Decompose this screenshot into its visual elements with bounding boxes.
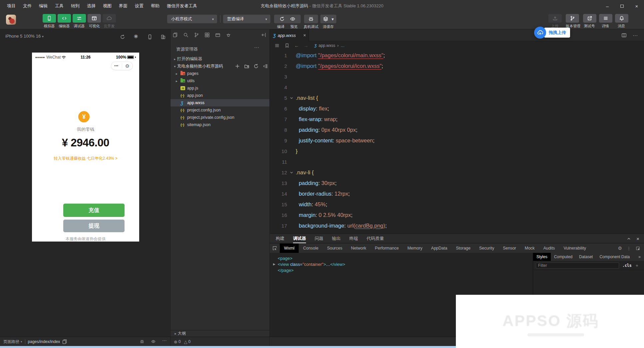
- window-icon[interactable]: [215, 32, 220, 38]
- file-item-app.js[interactable]: JSapp.js: [170, 85, 269, 92]
- refresh-simulator-icon[interactable]: [120, 34, 125, 40]
- devtools-tab-mock[interactable]: Mock: [520, 244, 539, 253]
- kebab-menu-icon[interactable]: ⋮: [627, 246, 631, 251]
- file-item-app.json[interactable]: {··}app.json: [170, 92, 269, 99]
- devtools-tab-sources[interactable]: Sources: [323, 244, 347, 253]
- menu-item[interactable]: 微信开发者工具: [163, 0, 201, 12]
- wxml-node[interactable]: ▶<view class="container">…</view>: [273, 261, 533, 267]
- toolbar-sliders-toggle[interactable]: 调试器: [73, 14, 86, 29]
- devtools-tab-performance[interactable]: Performance: [371, 244, 403, 253]
- devtools-tab-console[interactable]: Console: [299, 244, 323, 253]
- device-select[interactable]: iPhone 5 100% 16 ▾: [5, 34, 44, 39]
- tab-app-wxss[interactable]: Ʒ app.wxss ×: [270, 29, 309, 41]
- debugger-tab-终端[interactable]: 终端: [349, 234, 358, 243]
- file-item-project.config.json[interactable]: {··}project.config.json: [170, 106, 269, 114]
- back-icon[interactable]: ←: [294, 43, 299, 48]
- new-file-icon[interactable]: [235, 64, 240, 69]
- preview-icon[interactable]: [290, 16, 295, 22]
- recharge-button[interactable]: 充值: [63, 204, 125, 217]
- toolbar-lines-button[interactable]: 详情: [599, 14, 612, 29]
- styles-tab-dataset[interactable]: Dataset: [576, 253, 596, 261]
- dock-panel-icon[interactable]: [636, 246, 640, 251]
- collapse-all-icon[interactable]: [263, 64, 268, 69]
- cls-toggle-button[interactable]: .cls: [622, 263, 632, 268]
- debugger-tab-调试器[interactable]: 调试器: [293, 234, 306, 243]
- remote-debug-button[interactable]: [304, 15, 318, 23]
- drag-upload-button[interactable]: 拖拽上传: [544, 28, 570, 38]
- more-tabs-chevrons[interactable]: »: [638, 255, 644, 259]
- extensions-icon[interactable]: [204, 32, 210, 38]
- device-frame-icon[interactable]: [147, 34, 153, 40]
- collapse-sidebar-icon[interactable]: [261, 32, 266, 38]
- menu-item[interactable]: 设置: [131, 0, 147, 12]
- file-item-app.wxss[interactable]: Ʒapp.wxss: [170, 99, 269, 106]
- devtools-tab-network[interactable]: Network: [347, 244, 371, 253]
- inspect-element-icon[interactable]: [270, 245, 280, 251]
- debugger-tab-代码质量[interactable]: 代码质量: [367, 234, 384, 243]
- files-icon[interactable]: [172, 32, 178, 38]
- code-editor[interactable]: 1@import "/pages/colorui/main.wxss";2@im…: [270, 50, 644, 234]
- bookmark-icon[interactable]: [284, 43, 290, 48]
- multi-device-icon[interactable]: [161, 34, 166, 40]
- devtools-tab-audits[interactable]: Audits: [539, 244, 559, 253]
- menu-item[interactable]: 项目: [3, 0, 19, 12]
- menu-item[interactable]: 工具: [51, 0, 67, 12]
- copy-path-icon[interactable]: [62, 339, 67, 344]
- compile-mode-select[interactable]: 普通编译 ▾: [223, 15, 270, 23]
- user-avatar[interactable]: [6, 15, 16, 25]
- drag-upload-overlay[interactable]: 拖拽上传: [534, 27, 570, 39]
- menu-item[interactable]: 文件: [19, 0, 35, 12]
- gear-icon[interactable]: ⚙: [618, 246, 622, 251]
- status-more-icon[interactable]: ⋯: [162, 338, 167, 343]
- toolbar-layout-toggle[interactable]: 可视化: [88, 14, 101, 29]
- bug-icon[interactable]: [140, 339, 144, 344]
- styles-tab-styles[interactable]: Styles: [533, 253, 551, 261]
- menu-item[interactable]: 转到: [67, 0, 83, 12]
- menu-item[interactable]: 帮助: [147, 0, 163, 12]
- eye-icon[interactable]: [151, 339, 156, 344]
- project-root-item[interactable]: ▾ 充电余额特效小程序源码: [170, 63, 269, 70]
- close-tab-icon[interactable]: ×: [303, 33, 306, 38]
- menu-item[interactable]: 视图: [99, 0, 115, 12]
- split-editor-icon[interactable]: [621, 33, 627, 38]
- search-icon[interactable]: [183, 32, 188, 38]
- styles-tab-component-data[interactable]: Component Data: [596, 253, 633, 261]
- file-item-utils[interactable]: ▸utils: [170, 77, 269, 85]
- menu-item[interactable]: 界面: [115, 0, 131, 12]
- menu-item[interactable]: 编辑: [35, 0, 51, 12]
- editor-more-icon[interactable]: ⋯: [633, 33, 638, 39]
- wxml-node[interactable]: <page>: [273, 255, 533, 261]
- wallet-transfer-link[interactable]: 转入零钱通赚收益 七日年化2.43% >: [32, 156, 139, 161]
- styles-tab-computed[interactable]: Computed: [551, 253, 576, 261]
- devtools-tab-storage[interactable]: Storage: [452, 244, 475, 253]
- devtools-tab-vulnerability[interactable]: Vulnerability: [559, 244, 590, 253]
- close-button[interactable]: ×: [629, 0, 644, 12]
- record-icon[interactable]: ◉: [134, 33, 138, 39]
- mode-select[interactable]: 小程序模式 ▾: [167, 15, 217, 23]
- toolbar-external-button[interactable]: 测试号: [583, 14, 596, 29]
- forward-icon[interactable]: →: [304, 43, 308, 48]
- devtools-tab-wxml[interactable]: Wxml: [280, 244, 299, 253]
- debugger-tab-构建[interactable]: 构建: [276, 234, 284, 243]
- more-actions-icon[interactable]: ⋯: [254, 45, 259, 51]
- add-style-icon[interactable]: +: [636, 263, 638, 268]
- outline-list-icon[interactable]: [274, 43, 280, 48]
- toolbar-cloud-toggle[interactable]: 云开发: [103, 14, 116, 29]
- new-folder-icon[interactable]: [244, 64, 249, 69]
- wxml-node[interactable]: </page>: [273, 267, 533, 273]
- collapse-panel-icon[interactable]: [627, 237, 631, 241]
- debugger-tab-问题[interactable]: 问题: [315, 234, 323, 243]
- compile-icon[interactable]: [279, 16, 285, 22]
- devtools-tab-security[interactable]: Security: [475, 244, 498, 253]
- withdraw-button[interactable]: 提现: [63, 220, 125, 232]
- toolbar-code-toggle[interactable]: 编辑器: [58, 14, 71, 29]
- devtools-tab-appdata[interactable]: AppData: [427, 244, 452, 253]
- filter-input[interactable]: Filter: [536, 262, 619, 268]
- debugger-tab-输出[interactable]: 输出: [332, 234, 341, 243]
- file-item-project.private.config.json[interactable]: {··}project.private.config.json: [170, 114, 269, 121]
- capsule-menu-button[interactable]: •••: [111, 64, 122, 68]
- file-item-pages[interactable]: ▸pages: [170, 70, 269, 77]
- devtools-tab-sensor[interactable]: Sensor: [498, 244, 520, 253]
- open-editors-section[interactable]: ▸ 打开的编辑器: [170, 55, 269, 63]
- clear-cache-button[interactable]: ▾: [320, 15, 336, 23]
